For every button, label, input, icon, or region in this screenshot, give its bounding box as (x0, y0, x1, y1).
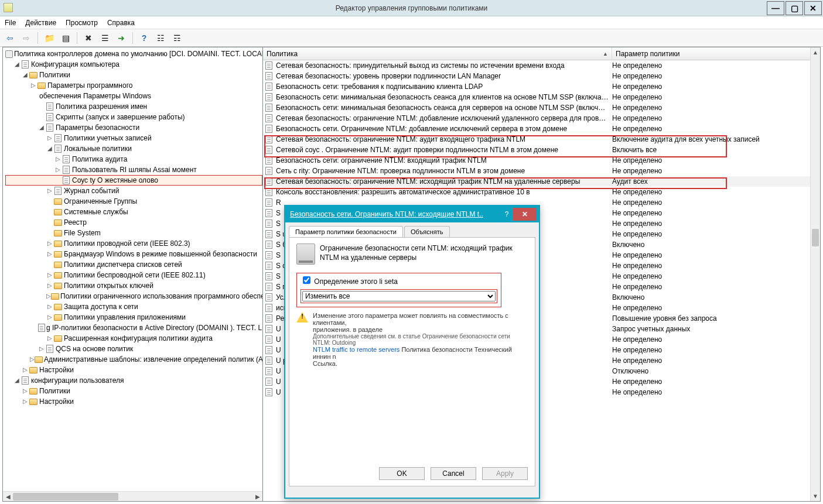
policy-row[interactable]: Сеть с rity: Ограничение NTLM: проверка … (263, 166, 820, 176)
scroll-down-icon[interactable]: ▼ (811, 491, 820, 501)
tree-node[interactable]: ▷QCS на основе политик (5, 344, 262, 354)
tree-node[interactable]: ◢Политики (5, 70, 262, 80)
scroll-right-icon[interactable]: ▶ (252, 492, 262, 501)
user-icon (22, 376, 29, 385)
define-policy-checkbox[interactable]: Определение этого li seta (300, 277, 398, 286)
export-button[interactable]: ➜ (115, 32, 128, 44)
policy-value-select[interactable]: Изменить все (302, 291, 496, 301)
tab-explain[interactable]: Объяснять (404, 226, 450, 237)
maximize-button[interactable]: ▢ (786, 1, 803, 15)
column-policy[interactable]: Политика▲ (263, 47, 612, 60)
define-policy-input[interactable] (303, 276, 310, 284)
link-ntlm-traffic[interactable]: NTLM traffic to remote servers (313, 346, 399, 353)
tab-security-setting[interactable]: Параметр политики безопасности (289, 226, 403, 237)
policy-row[interactable]: Безопасность сети. Ограничение NTLM: доб… (263, 124, 820, 134)
tree-node[interactable]: Политика разрешения имен (5, 101, 262, 112)
tree-node[interactable]: ▷Политики ограниченного использования пр… (5, 291, 262, 301)
policy-row[interactable]: Безопасность сети: минимальная безопасно… (263, 92, 820, 102)
separator (77, 32, 77, 44)
tree-node[interactable]: Системные службы (5, 207, 262, 217)
tree-node[interactable]: ▷Политики открытых ключей (5, 280, 262, 291)
toolbar: ⇦ ⇨ 📁 ▤ ✖ ☰ ➜ ? ☷ ☶ (0, 29, 823, 47)
tree-node[interactable]: Ограниченные Группы (5, 196, 262, 207)
scroll-thumb[interactable] (13, 493, 118, 500)
tree-node[interactable]: ▷Политики проводной сети (IEEE 802.3) (5, 238, 262, 249)
tree-node[interactable]: ▷Брандмауэр Windows в режиме повышенной … (5, 249, 262, 259)
tree-node[interactable]: ▷Административные шаблоны: извлечение оп… (5, 354, 262, 365)
cancel-button[interactable]: Cancel (431, 467, 476, 480)
tree-node[interactable]: ▷Политики (5, 386, 262, 396)
tree-node[interactable]: Реестр (5, 217, 262, 228)
policy-row[interactable]: Безопасность сети: ограничение NTLM: вхо… (263, 155, 820, 166)
tree-node[interactable]: обеспечения Параметры Windows (5, 91, 262, 101)
menu-view[interactable]: Просмотр (66, 19, 98, 27)
policy-row[interactable]: Безопасность сети: минимальная безопасно… (263, 102, 820, 113)
column-param[interactable]: Параметр политики (612, 47, 820, 60)
tree-node[interactable]: g IP-политики безопасности в Active Dire… (5, 323, 262, 333)
tree-node[interactable]: ◢конфигурации пользователя (5, 375, 262, 386)
policy-row[interactable]: Безопасность сети: требования к подписыв… (263, 81, 820, 92)
tree-node[interactable]: ◢Конфигурация компьютера (5, 59, 262, 70)
tree-node[interactable]: ◢Локальные политики (5, 143, 262, 154)
tree-node[interactable]: ▷Политики беспроводной сети (IEEE 802.11… (5, 270, 262, 280)
policy-value: Не определено (612, 61, 820, 70)
policy-row[interactable]: Сетевой соус . Ограничение NTLM: аудит п… (263, 145, 820, 155)
filter-button-2[interactable]: ☶ (170, 32, 183, 44)
forward-button[interactable]: ⇨ (20, 32, 33, 44)
tree-pane[interactable]: Политика контроллеров домена по умолчани… (3, 47, 263, 501)
up-button[interactable]: 📁 (43, 32, 56, 44)
minimize-button[interactable]: — (767, 1, 784, 15)
view-button[interactable]: ▤ (59, 32, 72, 44)
policy-row[interactable]: Сетевая безопасность: принудительный вых… (263, 60, 820, 71)
tree-node[interactable]: ▷Настройки (5, 396, 262, 407)
dialog-help-icon[interactable]: ? (500, 208, 513, 221)
tree-root[interactable]: Политика контроллеров домена по умолчани… (5, 49, 262, 59)
tree-node[interactable]: ▷Политики учетных записей (5, 133, 262, 143)
tree-node[interactable]: ▷Защита доступа к сети (5, 301, 262, 312)
dialog-titlebar[interactable]: Безопасность сети. Ограничить NTLM: исхо… (285, 206, 539, 222)
tree-node[interactable]: Скрипты (запуск и завершение работы) (5, 112, 262, 122)
close-button[interactable]: ✕ (804, 1, 822, 15)
policy-value: Аудит всех (612, 177, 820, 186)
tree-node[interactable]: ◢Параметры безопасности (5, 122, 262, 133)
scroll-up-icon[interactable]: ▲ (811, 47, 820, 57)
policy-value: Включить все (612, 146, 820, 154)
tree-node[interactable]: ▷Политики управления приложениями (5, 312, 262, 323)
tree-node[interactable]: Политики диспетчера списков сетей (5, 259, 262, 270)
tree-node[interactable]: ▷Журнал событий (5, 186, 262, 196)
filter-button-1[interactable]: ☷ (154, 32, 167, 44)
policy-value: Не определено (612, 346, 820, 354)
tree-node-selected[interactable]: Соус ty О жестяные олово (5, 175, 262, 186)
menu-file[interactable]: File (5, 19, 16, 27)
tree-node[interactable]: ▷Параметры программного (5, 80, 262, 91)
warning-subtext: Дополнительные сведения см. в статье Огр… (313, 333, 528, 346)
menu-action[interactable]: Действие (25, 19, 56, 27)
policy-item-icon (264, 356, 274, 365)
delete-button[interactable]: ✖ (82, 32, 95, 44)
tree-hscrollbar[interactable]: ◀ ▶ (3, 491, 262, 501)
scroll-thumb[interactable] (812, 229, 819, 246)
policy-row[interactable]: Сетевая безопасность: ограничение NTLM: … (263, 176, 820, 187)
dialog-close-button[interactable]: ✕ (513, 208, 537, 221)
properties-button[interactable]: ☰ (98, 32, 111, 44)
menu-help[interactable]: Справка (107, 19, 135, 27)
help-button[interactable]: ? (138, 32, 151, 44)
policy-row[interactable]: Сетевая безопасность: уровень проверки п… (263, 71, 820, 81)
policy-icon (54, 145, 62, 153)
policy-item-icon (264, 314, 274, 323)
apply-button[interactable]: Apply (482, 467, 528, 480)
policy-row[interactable]: Сетевая безопасность: ограничение NTLM: … (263, 113, 820, 124)
back-button[interactable]: ⇦ (4, 32, 16, 44)
tree-node[interactable]: ▷Расширенная конфигурация политики аудит… (5, 333, 262, 344)
ok-button[interactable]: OK (379, 467, 425, 480)
policy-item-icon (264, 377, 274, 386)
policy-value: Включение аудита для всех учетных записе… (612, 135, 820, 143)
tree-node[interactable]: ▷Пользователь RI шляпы Assai момент (5, 164, 262, 175)
policy-row[interactable]: Консоль восстановления: разрешить автома… (263, 187, 820, 197)
tree-node[interactable]: File System (5, 228, 262, 238)
policy-row[interactable]: Сетевая безопасность: ограничение NTLM: … (263, 134, 820, 145)
list-vscrollbar[interactable]: ▲ ▼ (810, 47, 820, 501)
tree-node[interactable]: ▷Настройки (5, 365, 262, 375)
tree-node[interactable]: ▷Политика аудита (5, 154, 262, 164)
scroll-left-icon[interactable]: ◀ (3, 492, 13, 501)
